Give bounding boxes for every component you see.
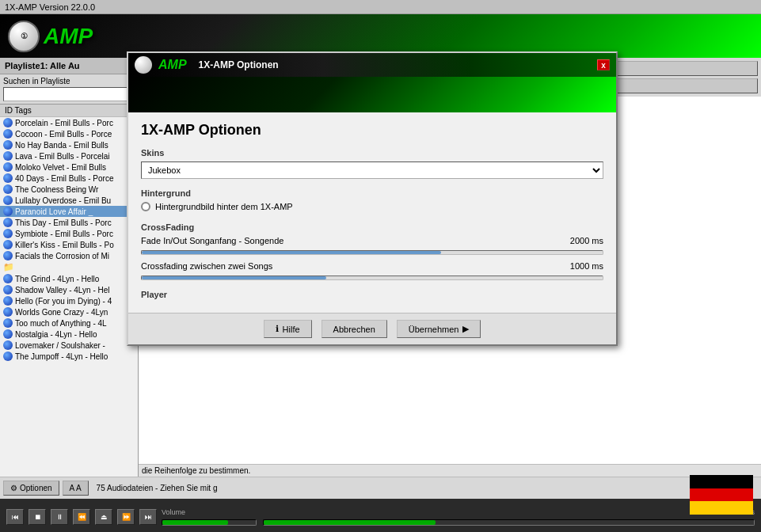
hintergrund-section: Hintergrund Hintergrundbild hinter dem 1… bbox=[141, 188, 603, 211]
search-input[interactable] bbox=[3, 87, 135, 101]
logo-text: AMP bbox=[44, 24, 93, 49]
xamp-logo: ① AMP bbox=[8, 21, 93, 52]
fade-row: Fade In/Out Songanfang - Songende 2000 m… bbox=[141, 236, 603, 245]
dialog-title-label: 1X-AMP Optionen bbox=[199, 59, 279, 70]
hintergrund-radio-label: Hintergrundbild hinter dem 1X-AMP bbox=[155, 202, 293, 211]
aa-button[interactable]: A A bbox=[63, 481, 89, 496]
dialog-header-strip bbox=[128, 77, 616, 112]
crossfade-label: Crossfading zwischen zwei Songs bbox=[141, 261, 560, 271]
logo-circle-icon: ① bbox=[8, 21, 40, 52]
bottom-buttons-row: ⚙ Optionen A A 75 Audiodateien - Ziehen … bbox=[0, 477, 761, 499]
crossfading-section: CrossFading Fade In/Out Songanfang - Son… bbox=[141, 222, 603, 280]
dialog-heading: 1X-AMP Optionen bbox=[141, 122, 603, 139]
crossfade-row: Crossfading zwischen zwei Songs 1000 ms bbox=[141, 261, 603, 271]
hintergrund-label: Hintergrund bbox=[141, 188, 603, 198]
volume-label: Volume bbox=[162, 508, 185, 516]
playlist-item[interactable]: Too much of Anything - 4L bbox=[0, 317, 138, 329]
playlist-item[interactable]: Lovemaker / Soulshaker - bbox=[0, 340, 138, 351]
stop-button[interactable]: ⏹ bbox=[29, 509, 46, 525]
skins-label: Skins bbox=[141, 148, 603, 158]
dialog-logo-text: AMP bbox=[158, 58, 187, 72]
radio-row: Hintergrundbild hinter dem 1X-AMP bbox=[141, 202, 603, 211]
playlist-item[interactable]: The Jumpoff - 4Lyn - Hello bbox=[0, 351, 138, 362]
player-label: Player bbox=[141, 290, 603, 299]
playlist-item[interactable]: 📁 bbox=[0, 261, 138, 273]
hilfe-button[interactable]: ℹ Hilfe bbox=[264, 320, 312, 338]
progress-area: Volume Pos bbox=[162, 508, 755, 526]
playlist-item[interactable]: 40 Days - Emil Bulls - Porce bbox=[0, 173, 138, 184]
flag-black-stripe bbox=[690, 475, 753, 488]
left-panel: Playliste1: Alle Au Suchen in Playliste … bbox=[0, 58, 139, 477]
fade-value: 2000 ms bbox=[560, 236, 603, 245]
transport-bar: ⏮ ⏹ ⏸ ⏪ ⏏ ⏩ ⏭ Volume Pos bbox=[0, 499, 761, 532]
playlist-items[interactable]: Porcelain - Emil Bulls - PorcCocoon - Em… bbox=[0, 117, 138, 477]
next-button[interactable]: ⏭ bbox=[139, 509, 157, 525]
volume-fill bbox=[162, 520, 228, 525]
forward-button[interactable]: ⏩ bbox=[117, 509, 135, 525]
dialog-content: 1X-AMP Optionen Skins JukeboxDefaultClas… bbox=[128, 112, 616, 313]
crossfade-slider[interactable] bbox=[141, 276, 603, 280]
app-title-bar: 1X-AMP Version 22.0.0 bbox=[0, 0, 761, 14]
german-flag bbox=[690, 475, 753, 515]
playlist-item[interactable]: Cocoon - Emil Bulls - Porce bbox=[0, 128, 138, 139]
flag-red-stripe bbox=[690, 488, 753, 502]
app-title: 1X-AMP Version 22.0.0 bbox=[5, 2, 95, 12]
playlist-item[interactable]: Moloko Velvet - Emil Bulls bbox=[0, 162, 138, 173]
skin-select[interactable]: JukeboxDefaultClassicModern bbox=[141, 162, 603, 179]
playlist-item[interactable]: Lullaby Overdose - Emil Bu bbox=[0, 195, 138, 206]
playlist-item[interactable]: Shadow Valley - 4Lyn - Hel bbox=[0, 284, 138, 295]
gear-icon: ⚙ bbox=[10, 484, 17, 492]
rewind-button[interactable]: ⏪ bbox=[73, 509, 90, 525]
crossfade-fill bbox=[142, 276, 326, 279]
status-text: 75 Audiodateien - Ziehen Sie mit g bbox=[92, 484, 758, 492]
position-bar[interactable] bbox=[263, 519, 755, 526]
playlist-item[interactable]: Nostalgia - 4Lyn - Hello bbox=[0, 329, 138, 340]
hintergrund-radio[interactable] bbox=[141, 202, 150, 211]
search-label: Suchen in Playliste bbox=[3, 77, 135, 86]
playlist-item[interactable]: The Coolness Being Wr bbox=[0, 184, 138, 195]
playlist-header: ID Tags bbox=[0, 104, 138, 117]
playlist-item[interactable]: The Grind - 4Lyn - Hello bbox=[0, 273, 138, 284]
dialog-close-button[interactable]: x bbox=[597, 59, 610, 70]
eject-button[interactable]: ⏏ bbox=[95, 509, 112, 525]
uebernehmen-button[interactable]: Übernehmen ▶ bbox=[397, 320, 481, 338]
check-icon: ▶ bbox=[462, 324, 469, 334]
playlist-item[interactable]: Lava - Emil Bulls - Porcelai bbox=[0, 150, 138, 162]
playlist-item[interactable]: No Hay Banda - Emil Bulls bbox=[0, 139, 138, 150]
crossfade-value: 1000 ms bbox=[560, 261, 603, 271]
right-list-hint: die Reihenfolge zu bestimmen. bbox=[139, 464, 761, 477]
player-section: Player bbox=[141, 290, 603, 299]
fade-label: Fade In/Out Songanfang - Songende bbox=[141, 236, 560, 245]
info-icon: ℹ bbox=[276, 324, 279, 334]
crossfading-label: CrossFading bbox=[141, 222, 603, 232]
dialog-logo-circle-icon bbox=[135, 56, 152, 74]
optionen-button[interactable]: ⚙ Optionen bbox=[3, 481, 59, 496]
main-window: 1X-AMP Version 22.0.0 ① AMP Playliste1: … bbox=[0, 0, 761, 532]
search-box: Suchen in Playliste bbox=[0, 74, 138, 104]
fade-slider[interactable] bbox=[141, 250, 603, 255]
flag-gold-stripe bbox=[690, 501, 753, 515]
dialog-titlebar: AMP 1X-AMP Optionen x bbox=[128, 53, 616, 77]
playlist-item[interactable]: Paranoid Love Affair _ bbox=[0, 206, 138, 217]
prev-button[interactable]: ⏮ bbox=[6, 509, 24, 525]
playlist-item[interactable]: Symbiote - Emil Bulls - Porc bbox=[0, 228, 138, 239]
playlist-item[interactable]: Porcelain - Emil Bulls - Porc bbox=[0, 117, 138, 128]
position-fill bbox=[264, 520, 436, 525]
playlist-item[interactable]: Hello (For you im Dying) - 4 bbox=[0, 295, 138, 306]
id-tags-label: ID Tags bbox=[5, 106, 32, 115]
volume-bar[interactable] bbox=[162, 519, 257, 526]
playlist-item[interactable]: Killer's Kiss - Emil Bulls - Po bbox=[0, 239, 138, 250]
playlist-item[interactable]: Worlds Gone Crazy - 4Lyn bbox=[0, 306, 138, 317]
dialog-bottom: ℹ Hilfe Abbrechen Übernehmen ▶ bbox=[128, 313, 616, 344]
pause-button[interactable]: ⏸ bbox=[51, 509, 68, 525]
options-dialog: AMP 1X-AMP Optionen x 1X-AMP Optionen Sk… bbox=[127, 51, 618, 346]
playlist-item[interactable]: This Day - Emil Bulls - Porc bbox=[0, 217, 138, 228]
playlist-title: Playliste1: Alle Au bbox=[0, 58, 138, 74]
abbrechen-button[interactable]: Abbrechen bbox=[322, 320, 387, 338]
playlist-item[interactable]: Facials the Corrosion of Mi bbox=[0, 250, 138, 261]
fade-fill bbox=[142, 251, 441, 254]
